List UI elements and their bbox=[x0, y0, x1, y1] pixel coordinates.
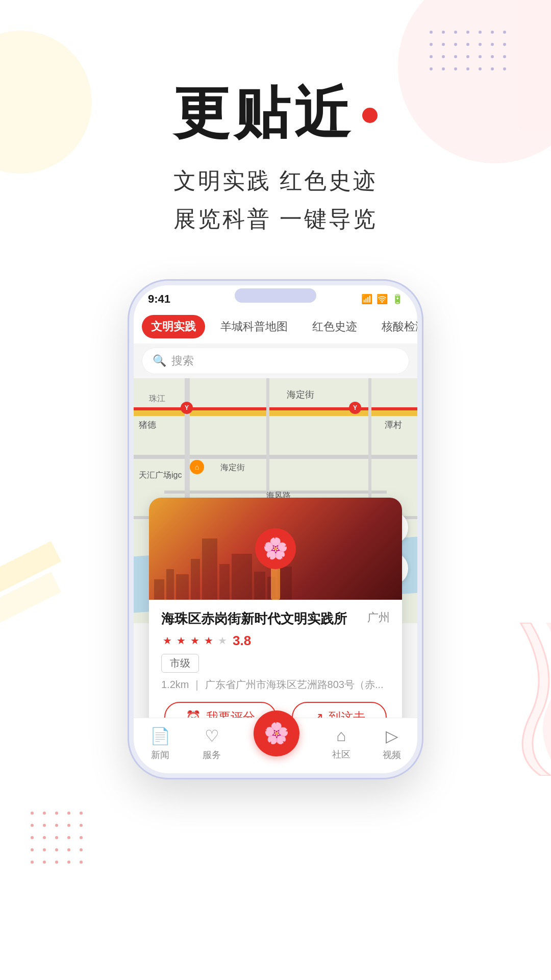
hero-title: 更贴近 bbox=[173, 82, 378, 143]
tab-science[interactable]: 羊城科普地图 bbox=[211, 315, 297, 338]
map-label-zhujiang: 珠江 bbox=[149, 394, 165, 404]
battery-icon: 🔋 bbox=[392, 293, 403, 305]
nav-video[interactable]: ▷ 视频 bbox=[383, 726, 401, 761]
tab-history[interactable]: 红色史迹 bbox=[303, 315, 366, 338]
card-city: 广州 bbox=[367, 610, 390, 625]
place-card: 🌸 海珠区赤岗街新时代文明实践所 广州 ★ ★ ★ bbox=[149, 498, 402, 743]
main-content: 更贴近 文明实践 红色史迹 展览科普 一键导览 9:41 📶 🛜 🔋 bbox=[0, 0, 551, 841]
hero-subtitle: 文明实践 红色史迹 展览科普 一键导览 bbox=[173, 162, 378, 238]
star-1: ★ bbox=[161, 634, 173, 647]
nav-news[interactable]: 📄 新闻 bbox=[150, 726, 170, 761]
phone-screen: 9:41 📶 🛜 🔋 文明实践 羊城科普地图 红色史迹 核酸检测 bbox=[134, 285, 417, 773]
phone-search-bar[interactable]: 🔍 搜索 bbox=[142, 348, 409, 374]
status-time: 9:41 bbox=[148, 292, 170, 306]
phone-mockup-section: 9:41 📶 🛜 🔋 文明实践 羊城科普地图 红色史迹 核酸检测 bbox=[82, 279, 469, 841]
star-4: ★ bbox=[203, 634, 215, 647]
card-title-row: 海珠区赤岗街新时代文明实践所 广州 bbox=[161, 610, 390, 628]
search-placeholder: 搜索 bbox=[171, 353, 194, 369]
map-label-zhude: 猪德 bbox=[139, 419, 156, 431]
logo-icon: 🌸 bbox=[263, 536, 288, 560]
card-rating: ★ ★ ★ ★ ★ 3.8 bbox=[161, 633, 390, 649]
service-icon: ♡ bbox=[205, 726, 219, 746]
tab-nucleic[interactable]: 核酸检测 bbox=[372, 315, 417, 338]
nav-video-label: 视频 bbox=[383, 749, 401, 761]
star-5: ★ bbox=[216, 634, 229, 647]
video-icon: ▷ bbox=[386, 726, 398, 746]
map-label-tancun: 潭村 bbox=[385, 419, 402, 431]
rating-number: 3.8 bbox=[233, 633, 251, 649]
hero-subtitle-line2: 展览科普 一键导览 bbox=[173, 200, 378, 238]
nav-service-label: 服务 bbox=[203, 749, 221, 761]
card-address: 广东省广州市海珠区艺洲路803号（赤... bbox=[205, 679, 384, 690]
star-rating: ★ ★ ★ ★ ★ bbox=[161, 634, 229, 647]
hero-section: 更贴近 文明实践 红色史迹 展览科普 一键导览 bbox=[173, 82, 378, 238]
map-metro-line bbox=[134, 407, 417, 410]
map-label-haidef: 海定街 bbox=[220, 462, 245, 473]
wifi-icon: 🛜 bbox=[377, 293, 388, 305]
search-icon: 🔍 bbox=[153, 354, 166, 368]
signal-icon: 📶 bbox=[361, 293, 372, 305]
card-logo-circle: 🌸 bbox=[255, 528, 296, 569]
hero-title-dot bbox=[362, 108, 378, 123]
map-pin-2: Y bbox=[349, 402, 361, 414]
card-image: 🌸 bbox=[149, 498, 402, 600]
card-level-badge: 市级 bbox=[161, 654, 199, 673]
card-title: 海珠区赤岗街新时代文明实践所 bbox=[161, 610, 359, 628]
card-separator: ｜ bbox=[192, 679, 205, 690]
nav-service[interactable]: ♡ 服务 bbox=[203, 726, 221, 761]
star-3: ★ bbox=[189, 634, 201, 647]
nav-center-button[interactable]: 🌸 bbox=[254, 710, 299, 756]
news-icon: 📄 bbox=[150, 726, 170, 746]
phone-tab-bar: 文明实践 羊城科普地图 红色史迹 核酸检测 bbox=[134, 310, 417, 344]
phone-bottom-nav: 📄 新闻 ♡ 服务 🌸 ⌂ 社区 ▷ bbox=[134, 718, 417, 773]
map-pin-1: Y bbox=[181, 402, 193, 414]
hero-title-text: 更贴近 bbox=[173, 82, 354, 143]
status-icons: 📶 🛜 🔋 bbox=[361, 293, 403, 305]
nav-news-label: 新闻 bbox=[151, 749, 169, 761]
tab-civilization[interactable]: 文明实践 bbox=[142, 315, 205, 338]
nav-community-label: 社区 bbox=[332, 748, 350, 761]
phone-notch bbox=[235, 288, 316, 303]
star-2: ★ bbox=[175, 634, 187, 647]
nav-community[interactable]: ⌂ 社区 bbox=[332, 726, 350, 761]
map-road-h2 bbox=[134, 455, 417, 459]
center-logo-icon: 🌸 bbox=[264, 721, 289, 745]
card-info: 1.2km ｜ 广东省广州市海珠区艺洲路803号（赤... bbox=[161, 678, 390, 692]
community-icon: ⌂ bbox=[336, 726, 346, 745]
card-distance: 1.2km bbox=[161, 679, 189, 690]
map-label-tianhui: 天汇广场igc bbox=[139, 470, 182, 481]
map-label-haidingstreet: 海定街 bbox=[287, 388, 314, 401]
phone-outer-frame: 9:41 📶 🛜 🔋 文明实践 羊城科普地图 红色史迹 核酸检测 bbox=[128, 279, 423, 779]
hero-subtitle-line1: 文明实践 红色史迹 bbox=[173, 162, 378, 200]
map-pin-orange: ⌂ bbox=[190, 460, 204, 474]
